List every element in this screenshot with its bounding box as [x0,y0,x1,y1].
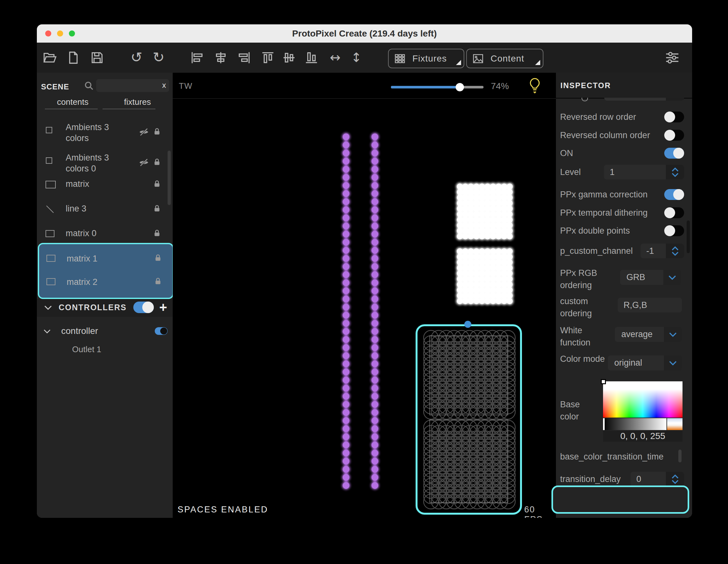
content-mode-button[interactable]: Content [466,49,543,68]
color-mode-dropdown[interactable]: original [608,355,682,370]
level-label: Level [560,166,581,178]
align-bottom-icon[interactable] [304,50,319,65]
add-controller-button[interactable]: + [159,300,167,315]
lock-icon[interactable] [153,157,161,167]
dropdown-chevron-icon [664,327,682,342]
list-item-matrix[interactable]: matrix [37,176,173,201]
distribute-vertical-icon[interactable]: ↕ [347,48,366,67]
custom-channel-value: -1 [646,246,654,256]
align-middle-vertical-icon[interactable] [282,50,296,65]
controller-item-label[interactable]: controller [61,326,98,336]
custom-channel-stepper[interactable] [666,244,684,258]
align-center-horizontal-icon[interactable] [213,50,228,65]
sidebar-scrollbar[interactable] [168,151,171,205]
brightness-value: 74% [491,81,509,91]
distribute-horizontal-icon[interactable]: ↔ [326,48,345,67]
matrix-rect-icon [45,230,55,239]
custom-channel-input[interactable]: -1 [641,244,666,258]
color-value-slider[interactable] [603,418,666,430]
white-function-value: average [621,329,664,339]
clipped-stepper-fragment [666,98,684,101]
dithering-toggle[interactable] [664,207,684,218]
transition-delay-stepper[interactable] [666,472,684,486]
align-top-icon[interactable] [261,50,275,65]
stepper-down-icon[interactable] [671,173,679,177]
double-points-toggle[interactable] [664,225,684,236]
content-square-icon [45,157,53,166]
align-right-icon[interactable] [237,50,252,65]
inspector-scrollbar-thumb[interactable] [678,450,682,462]
stepper-up-icon[interactable] [671,475,679,479]
lock-icon[interactable] [154,253,162,263]
rgb-ordering-dropdown[interactable]: GRB [620,270,681,285]
fixtures-button-label: Fixtures [412,54,447,64]
lock-icon[interactable] [153,127,161,137]
color-picker-gradient[interactable] [603,381,683,418]
brightness-slider-knob[interactable] [456,83,464,91]
list-item-ambients-3-colors-0[interactable]: Ambients 3 colors 0 [37,149,173,179]
toggle-knob [142,302,154,313]
tab-fixtures[interactable]: fixtures [109,97,166,107]
visibility-off-icon[interactable] [139,157,149,168]
reversed-row-order-toggle[interactable] [664,112,684,122]
list-item-label: line 3 [66,203,133,214]
lock-icon[interactable] [153,228,161,238]
outlet-item-label[interactable]: Outlet 1 [72,344,101,354]
level-stepper[interactable] [666,165,684,179]
stepper-up-icon[interactable] [671,246,679,251]
chevron-down-icon[interactable] [43,328,51,334]
brightness-slider[interactable] [391,86,484,88]
inspector-scrollbar[interactable] [687,220,690,253]
search-clear-button[interactable]: x [162,81,166,90]
align-left-icon[interactable] [190,50,204,65]
custom-ordering-value: R,G,B [624,300,647,310]
rgb-ordering-label: PPx RGB ordering [560,267,618,291]
list-item-matrix-1-selected[interactable]: matrix 1 [39,250,170,273]
list-item-ambients-3-colors[interactable]: Ambients 3 colors [37,119,173,149]
transition-delay-input[interactable]: 0 [631,472,666,486]
reversed-column-order-toggle[interactable] [664,130,684,141]
fixtures-mode-button[interactable]: Fixtures [388,49,464,68]
zone-highlight-box: Zone Group A [551,485,689,514]
scene-canvas[interactable]: TW 74% SPACES ENABLED 60 FPS [173,73,556,518]
space-label: TW [179,81,192,91]
search-input[interactable]: x [96,79,169,92]
visibility-off-icon[interactable] [139,127,149,137]
double-points-label: PPx double points [560,225,630,237]
toggle-knob [160,328,167,335]
lock-icon[interactable] [153,204,161,213]
save-icon[interactable] [90,50,104,65]
chevron-down-icon[interactable] [44,305,52,311]
lock-icon[interactable] [154,277,162,286]
white-function-dropdown[interactable]: average [615,327,682,342]
color-mode-label: Color mode [560,353,608,365]
controller-toggle[interactable] [155,327,168,335]
list-item-line-3[interactable]: line 3 [37,201,173,225]
controllers-header-label: CONTROLLERS [59,303,127,312]
on-toggle[interactable] [664,148,684,159]
selection-handle[interactable] [464,321,471,328]
custom-ordering-input[interactable]: R,G,B [618,298,682,312]
base-color-label: Base color [560,398,599,423]
toggle-knob [664,207,675,218]
open-folder-icon[interactable] [42,50,57,65]
undo-icon[interactable]: ↺ [127,48,146,67]
new-file-icon[interactable] [66,50,81,65]
redo-icon[interactable]: ↻ [149,48,168,67]
color-value-cursor[interactable] [603,418,605,430]
settings-sliders-icon[interactable] [665,50,680,65]
lightbulb-icon[interactable] [527,77,543,95]
tab-contents[interactable]: contents [44,97,102,107]
lock-icon[interactable] [153,179,161,189]
controllers-toggle[interactable] [133,302,154,313]
list-item-label: Ambients 3 colors 0 [66,152,133,174]
stepper-down-icon[interactable] [671,480,679,484]
color-picker-cursor[interactable] [601,379,606,384]
list-item-matrix-2-selected[interactable]: matrix 2 [39,273,170,297]
fixture-selection-outline[interactable] [416,324,522,515]
gamma-toggle[interactable] [664,189,684,200]
level-input[interactable]: 1 [604,165,666,179]
list-item-label: matrix [66,178,133,189]
stepper-down-icon[interactable] [671,252,679,256]
stepper-up-icon[interactable] [671,168,679,172]
